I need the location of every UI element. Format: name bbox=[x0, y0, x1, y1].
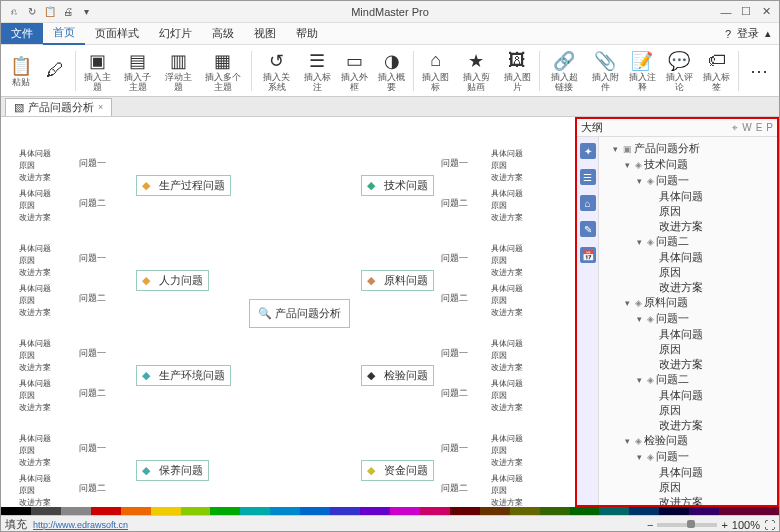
left-leaf-2-1-0[interactable]: 具体问题 bbox=[19, 377, 51, 389]
right-sub-0-0[interactable]: 问题一 bbox=[441, 157, 468, 170]
left-leaf-1-1-1[interactable]: 原因 bbox=[19, 294, 35, 306]
ribbon-btn-15[interactable]: 🖼插入图片 bbox=[499, 48, 534, 94]
left-leaf-3-0-0[interactable]: 具体问题 bbox=[19, 432, 51, 444]
right-leaf-3-1-0[interactable]: 具体问题 bbox=[491, 472, 523, 484]
ribbon-btn-14[interactable]: ★插入剪贴画 bbox=[455, 48, 497, 94]
right-leaf-3-0-1[interactable]: 原因 bbox=[491, 444, 507, 456]
swatch[interactable] bbox=[270, 507, 300, 515]
document-tab[interactable]: ▧ 产品问题分析 × bbox=[5, 98, 112, 116]
side-tool-4[interactable]: ✎ bbox=[580, 221, 596, 237]
color-palette[interactable] bbox=[1, 507, 779, 515]
swatch[interactable] bbox=[121, 507, 151, 515]
left-leaf-0-0-2[interactable]: 改进方案 bbox=[19, 171, 51, 183]
left-sub-2-0[interactable]: 问题一 bbox=[79, 347, 106, 360]
footer-link[interactable]: http://www.edrawsoft.cn bbox=[33, 520, 128, 530]
ribbon-btn-17[interactable]: 🔗插入超链接 bbox=[543, 48, 585, 94]
side-tool-1[interactable]: ✦ bbox=[580, 143, 596, 159]
left-leaf-3-1-0[interactable]: 具体问题 bbox=[19, 472, 51, 484]
left-topic-1[interactable]: ◆人力问题 bbox=[136, 270, 209, 291]
right-topic-3[interactable]: ◆资金问题 bbox=[361, 460, 434, 481]
swatch[interactable] bbox=[540, 507, 570, 515]
swatch[interactable] bbox=[31, 507, 61, 515]
ribbon-btn-5[interactable]: ▥浮动主题 bbox=[161, 48, 196, 94]
right-leaf-1-0-1[interactable]: 原因 bbox=[491, 254, 507, 266]
ribbon-btn-0[interactable]: 📋粘贴 bbox=[5, 48, 37, 94]
left-sub-2-1[interactable]: 问题二 bbox=[79, 387, 106, 400]
tab-slideshow[interactable]: 幻灯片 bbox=[149, 23, 202, 44]
right-leaf-0-1-1[interactable]: 原因 bbox=[491, 199, 507, 211]
right-leaf-2-1-0[interactable]: 具体问题 bbox=[491, 377, 523, 389]
swatch[interactable] bbox=[570, 507, 600, 515]
right-leaf-1-1-2[interactable]: 改进方案 bbox=[491, 306, 523, 318]
ribbon-collapse-icon[interactable]: ▴ bbox=[765, 27, 771, 40]
right-sub-1-1[interactable]: 问题二 bbox=[441, 292, 468, 305]
swatch[interactable] bbox=[719, 507, 749, 515]
left-leaf-1-0-2[interactable]: 改进方案 bbox=[19, 266, 51, 278]
doc-close-icon[interactable]: × bbox=[98, 102, 103, 112]
ribbon-btn-1[interactable]: 🖊 bbox=[39, 48, 71, 94]
zoom-slider[interactable] bbox=[657, 523, 717, 527]
file-tab[interactable]: 文件 bbox=[1, 23, 43, 44]
right-topic-0[interactable]: ◆技术问题 bbox=[361, 175, 434, 196]
outline-tool-p[interactable]: P bbox=[766, 122, 773, 133]
zoom-in-icon[interactable]: + bbox=[721, 519, 727, 531]
left-leaf-0-1-1[interactable]: 原因 bbox=[19, 199, 35, 211]
left-topic-3[interactable]: ◆保养问题 bbox=[136, 460, 209, 481]
swatch[interactable] bbox=[181, 507, 211, 515]
swatch[interactable] bbox=[629, 507, 659, 515]
ribbon-btn-10[interactable]: ▭插入外框 bbox=[337, 48, 372, 94]
right-leaf-2-0-0[interactable]: 具体问题 bbox=[491, 337, 523, 349]
help-icon[interactable]: ? bbox=[725, 28, 731, 40]
swatch[interactable] bbox=[330, 507, 360, 515]
swatch[interactable] bbox=[450, 507, 480, 515]
tab-home[interactable]: 首页 bbox=[43, 22, 85, 45]
right-leaf-1-1-0[interactable]: 具体问题 bbox=[491, 282, 523, 294]
ribbon-btn-6[interactable]: ▦插入多个主题 bbox=[198, 48, 247, 94]
right-leaf-2-1-2[interactable]: 改进方案 bbox=[491, 401, 523, 413]
right-leaf-2-0-1[interactable]: 原因 bbox=[491, 349, 507, 361]
right-leaf-3-0-2[interactable]: 改进方案 bbox=[491, 456, 523, 468]
login-link[interactable]: 登录 bbox=[737, 26, 759, 41]
swatch[interactable] bbox=[749, 507, 779, 515]
right-sub-2-0[interactable]: 问题一 bbox=[441, 347, 468, 360]
left-leaf-2-0-0[interactable]: 具体问题 bbox=[19, 337, 51, 349]
side-tool-3[interactable]: ⌂ bbox=[580, 195, 596, 211]
right-leaf-1-0-2[interactable]: 改进方案 bbox=[491, 266, 523, 278]
swatch[interactable] bbox=[240, 507, 270, 515]
left-leaf-0-1-2[interactable]: 改进方案 bbox=[19, 211, 51, 223]
right-leaf-1-0-0[interactable]: 具体问题 bbox=[491, 242, 523, 254]
swatch[interactable] bbox=[510, 507, 540, 515]
print-icon[interactable]: 🖨 bbox=[61, 5, 75, 19]
tab-page-style[interactable]: 页面样式 bbox=[85, 23, 149, 44]
left-leaf-1-0-1[interactable]: 原因 bbox=[19, 254, 35, 266]
tab-view[interactable]: 视图 bbox=[244, 23, 286, 44]
side-tool-5[interactable]: 📅 bbox=[580, 247, 596, 263]
right-sub-1-0[interactable]: 问题一 bbox=[441, 252, 468, 265]
right-sub-3-1[interactable]: 问题二 bbox=[441, 482, 468, 495]
swatch[interactable] bbox=[151, 507, 181, 515]
left-leaf-2-1-1[interactable]: 原因 bbox=[19, 389, 35, 401]
left-leaf-0-0-0[interactable]: 具体问题 bbox=[19, 147, 51, 159]
outline-tree[interactable]: ▾▣产品问题分析▾◈技术问题▾◈问题一具体问题原因改进方案▾◈问题二具体问题原因… bbox=[599, 137, 777, 505]
swatch[interactable] bbox=[210, 507, 240, 515]
right-leaf-0-1-0[interactable]: 具体问题 bbox=[491, 187, 523, 199]
redo-icon[interactable]: ↻ bbox=[25, 5, 39, 19]
right-leaf-3-1-1[interactable]: 原因 bbox=[491, 484, 507, 496]
ribbon-btn-13[interactable]: ⌂插入图标 bbox=[418, 48, 453, 94]
outline-tool-fit[interactable]: ⌖ bbox=[732, 122, 738, 134]
tab-advanced[interactable]: 高级 bbox=[202, 23, 244, 44]
swatch[interactable] bbox=[61, 507, 91, 515]
right-topic-2[interactable]: ◆检验问题 bbox=[361, 365, 434, 386]
right-sub-3-0[interactable]: 问题一 bbox=[441, 442, 468, 455]
right-sub-2-1[interactable]: 问题二 bbox=[441, 387, 468, 400]
right-leaf-3-1-2[interactable]: 改进方案 bbox=[491, 496, 523, 507]
right-leaf-1-1-1[interactable]: 原因 bbox=[491, 294, 507, 306]
ribbon-btn-8[interactable]: ↺插入关系线 bbox=[256, 48, 298, 94]
ribbon-btn-21[interactable]: 🏷插入标签 bbox=[699, 48, 734, 94]
center-topic[interactable]: 🔍产品问题分析 bbox=[249, 299, 350, 328]
left-leaf-2-0-2[interactable]: 改进方案 bbox=[19, 361, 51, 373]
right-leaf-2-1-1[interactable]: 原因 bbox=[491, 389, 507, 401]
qat-dropdown-icon[interactable]: ▾ bbox=[79, 5, 93, 19]
swatch[interactable] bbox=[300, 507, 330, 515]
ribbon-btn-9[interactable]: ☰插入标注 bbox=[300, 48, 335, 94]
